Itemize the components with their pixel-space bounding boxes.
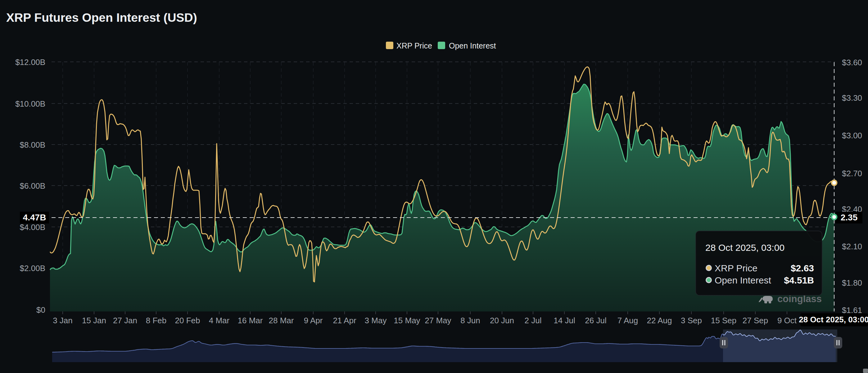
svg-text:27 Jan: 27 Jan xyxy=(113,316,137,325)
svg-text:7 Aug: 7 Aug xyxy=(617,316,638,325)
svg-text:$1.80: $1.80 xyxy=(842,278,862,288)
svg-text:2 Jul: 2 Jul xyxy=(525,316,542,325)
svg-text:4.47B: 4.47B xyxy=(23,212,46,222)
svg-text:$0: $0 xyxy=(36,305,45,315)
svg-text:3 Jan: 3 Jan xyxy=(53,316,73,325)
svg-text:Open Interest: Open Interest xyxy=(715,275,771,285)
svg-text:2.35: 2.35 xyxy=(841,212,858,222)
svg-text:21 Apr: 21 Apr xyxy=(333,316,356,325)
svg-text:16 Mar: 16 Mar xyxy=(238,316,263,325)
svg-text:8 Feb: 8 Feb xyxy=(146,316,167,325)
svg-text:22 Aug: 22 Aug xyxy=(647,316,672,325)
svg-text:14 Jul: 14 Jul xyxy=(554,316,575,325)
svg-text:$12.00B: $12.00B xyxy=(15,58,45,67)
svg-text:XRP Futures Open Interest (USD: XRP Futures Open Interest (USD) xyxy=(6,11,197,24)
svg-text:20 Jun: 20 Jun xyxy=(490,316,514,325)
svg-text:4 Mar: 4 Mar xyxy=(209,316,230,325)
svg-text:$2.10: $2.10 xyxy=(842,242,862,251)
svg-text:27 Sep: 27 Sep xyxy=(743,316,768,325)
svg-text:$3.30: $3.30 xyxy=(842,93,862,103)
svg-text:Open Interest: Open Interest xyxy=(449,41,496,50)
svg-text:XRP Price: XRP Price xyxy=(397,41,432,50)
svg-text:8 Jun: 8 Jun xyxy=(460,316,480,325)
svg-text:3 Sep: 3 Sep xyxy=(681,316,702,325)
svg-text:15 May: 15 May xyxy=(394,316,420,325)
svg-text:15 Jan: 15 Jan xyxy=(82,316,106,325)
svg-text:$2.00B: $2.00B xyxy=(20,264,45,273)
svg-text:$8.00B: $8.00B xyxy=(20,140,45,149)
svg-text:9 Oct: 9 Oct xyxy=(777,316,797,325)
svg-text:26 Jul: 26 Jul xyxy=(585,316,606,325)
svg-text:$2.63: $2.63 xyxy=(791,263,814,273)
svg-text:$2.70: $2.70 xyxy=(842,169,862,178)
svg-text:15 Sep: 15 Sep xyxy=(711,316,736,325)
svg-text:$10.00B: $10.00B xyxy=(15,99,45,109)
svg-text:28 Oct 2025, 03:00: 28 Oct 2025, 03:00 xyxy=(799,315,868,324)
svg-text:$6.00B: $6.00B xyxy=(20,181,45,191)
svg-text:28 Oct 2025, 03:00: 28 Oct 2025, 03:00 xyxy=(705,242,784,253)
svg-text:20 Feb: 20 Feb xyxy=(175,316,200,325)
svg-text:3 May: 3 May xyxy=(365,316,387,325)
svg-text:$4.51B: $4.51B xyxy=(784,275,814,285)
svg-text:$3.60: $3.60 xyxy=(842,58,862,67)
svg-text:XRP Price: XRP Price xyxy=(715,263,757,273)
svg-text:$4.00B: $4.00B xyxy=(20,223,45,232)
svg-text:28 Mar: 28 Mar xyxy=(269,316,294,325)
svg-text:9 Apr: 9 Apr xyxy=(304,316,323,325)
svg-text:27 May: 27 May xyxy=(425,316,451,325)
svg-text:$3.00: $3.00 xyxy=(842,131,862,140)
